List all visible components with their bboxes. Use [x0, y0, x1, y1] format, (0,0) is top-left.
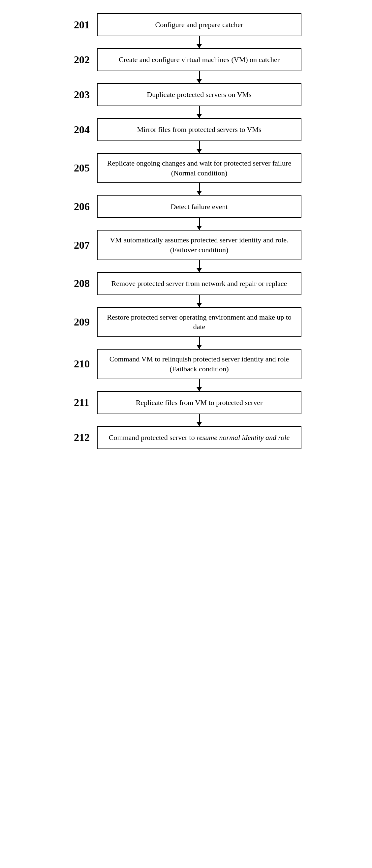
arrow-202: [70, 71, 302, 83]
step-number-204: 204: [70, 124, 97, 136]
step-box-206: Detect failure event: [97, 195, 302, 218]
flowchart: 201Configure and prepare catcher202Creat…: [70, 13, 302, 449]
arrow-208: [70, 295, 302, 307]
step-number-207: 207: [70, 239, 97, 251]
step-number-212: 212: [70, 431, 97, 443]
arrow-210: [70, 379, 302, 391]
step-row-202: 202Create and configure virtual machines…: [70, 48, 302, 71]
arrow-204: [70, 141, 302, 153]
arrow-209: [70, 337, 302, 349]
step-row-212: 212Command protected server to resume no…: [70, 426, 302, 449]
step-box-205: Replicate ongoing changes and wait for p…: [97, 153, 302, 183]
step-row-211: 211Replicate files from VM to protected …: [70, 391, 302, 414]
arrow-207: [70, 260, 302, 272]
step-row-205: 205Replicate ongoing changes and wait fo…: [70, 153, 302, 183]
step-box-201: Configure and prepare catcher: [97, 13, 302, 36]
step-row-207: 207VM automatically assumes protected se…: [70, 230, 302, 260]
step-box-210: Command VM to relinquish protected serve…: [97, 349, 302, 379]
arrow-205: [70, 183, 302, 195]
step-row-208: 208Remove protected server from network …: [70, 272, 302, 295]
step-box-212: Command protected server to resume norma…: [97, 426, 302, 449]
step-row-210: 210Command VM to relinquish protected se…: [70, 349, 302, 379]
arrow-211: [70, 414, 302, 426]
step-row-201: 201Configure and prepare catcher: [70, 13, 302, 36]
step-number-210: 210: [70, 358, 97, 370]
step-box-203: Duplicate protected servers on VMs: [97, 83, 302, 106]
step-box-204: Mirror files from protected servers to V…: [97, 118, 302, 141]
step-row-209: 209Restore protected server operating en…: [70, 307, 302, 337]
step-box-208: Remove protected server from network and…: [97, 272, 302, 295]
step-number-205: 205: [70, 162, 97, 174]
step-box-202: Create and configure virtual machines (V…: [97, 48, 302, 71]
step-box-209: Restore protected server operating envir…: [97, 307, 302, 337]
step-row-204: 204Mirror files from protected servers t…: [70, 118, 302, 141]
main-flow: 201Configure and prepare catcher202Creat…: [70, 13, 302, 449]
step-number-206: 206: [70, 200, 97, 213]
step-number-209: 209: [70, 316, 97, 328]
step-number-201: 201: [70, 19, 97, 31]
step-row-206: 206Detect failure event: [70, 195, 302, 218]
step-box-207: VM automatically assumes protected serve…: [97, 230, 302, 260]
step-number-211: 211: [70, 396, 97, 409]
step-number-203: 203: [70, 89, 97, 101]
step-box-211: Replicate files from VM to protected ser…: [97, 391, 302, 414]
step-number-202: 202: [70, 54, 97, 66]
step-row-203: 203Duplicate protected servers on VMs: [70, 83, 302, 106]
arrow-203: [70, 106, 302, 118]
arrow-206: [70, 218, 302, 230]
arrow-201: [70, 36, 302, 48]
step-number-208: 208: [70, 277, 97, 289]
